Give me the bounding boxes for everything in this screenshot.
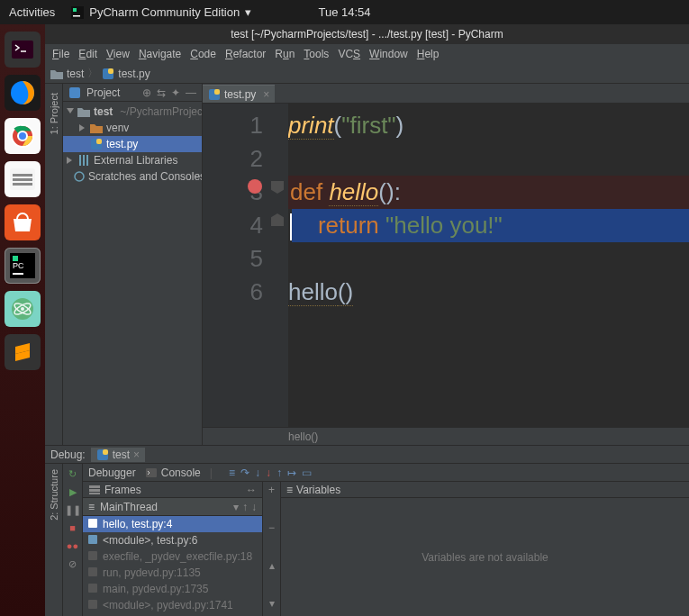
svg-rect-22 <box>108 68 113 74</box>
launcher-files[interactable] <box>5 161 41 197</box>
stack-frame[interactable]: <module>, test.py:6 <box>83 532 262 548</box>
launcher-atom[interactable] <box>5 291 41 327</box>
debug-side-controls: ↻ ▶ ❚❚ ■ ●● ⊘ <box>63 464 83 616</box>
run-to-cursor-icon[interactable]: ↦ <box>287 467 296 479</box>
menu-vcs[interactable]: VCS <box>338 48 360 60</box>
menu-refactor[interactable]: Refactor <box>225 48 266 60</box>
project-tool-button[interactable]: 1: Project <box>49 93 59 134</box>
chevron-down-icon[interactable]: ▾ <box>233 501 239 513</box>
launcher-pycharm[interactable]: PC <box>5 248 41 284</box>
stack-frame[interactable]: run, pydevd.py:1135 <box>83 565 262 581</box>
debug-split: Frames ↔ ≡ MainThread ▾ ↑ ↓ <box>83 482 689 616</box>
view-breakpoints-icon[interactable]: ●● <box>67 539 79 552</box>
tree-file-testpy[interactable]: test.py <box>63 136 202 152</box>
tab-console[interactable]: Console <box>145 467 201 479</box>
pycharm-icon <box>71 6 84 19</box>
mute-breakpoints-icon[interactable]: ⊘ <box>67 557 79 570</box>
evaluate-icon[interactable]: ▭ <box>302 467 312 479</box>
menu-tools[interactable]: Tools <box>304 48 329 60</box>
remove-watch-icon[interactable]: − <box>268 521 275 534</box>
frame-icon <box>88 551 99 562</box>
launcher-terminal[interactable] <box>5 32 41 68</box>
menu-navigate[interactable]: Navigate <box>139 48 181 60</box>
force-step-into-icon[interactable]: ↓ <box>266 467 271 479</box>
svg-rect-10 <box>13 174 32 177</box>
step-out-icon[interactable]: ↑ <box>277 467 282 479</box>
tree-ext-libs[interactable]: External Libraries <box>63 152 202 168</box>
menu-window[interactable]: Window <box>369 48 408 60</box>
launcher-chrome[interactable] <box>5 118 41 154</box>
app-menu[interactable]: PyCharm Community Edition ▾ <box>71 5 251 19</box>
prev-frame-icon[interactable]: ↑ <box>242 501 248 513</box>
expand-icon[interactable] <box>67 108 74 115</box>
close-tab-icon[interactable]: × <box>263 88 269 101</box>
vars-toolbar: + − ▴ ▾ ⧉ <box>263 482 281 616</box>
svg-rect-41 <box>88 567 97 576</box>
tree-scratches[interactable]: Scratches and Consoles <box>63 168 202 185</box>
expand-icon[interactable] <box>67 157 74 164</box>
up-icon[interactable]: ▴ <box>269 559 275 572</box>
step-into-icon[interactable]: ↓ <box>255 467 260 479</box>
svg-rect-3 <box>12 41 33 59</box>
line-gutter[interactable]: 1 2 3 4 5 6 <box>203 104 288 427</box>
step-over-icon[interactable]: ↷ <box>240 467 249 479</box>
code-wrap: 1 2 3 4 5 6 print("first") def hello(): … <box>203 104 689 427</box>
clock[interactable]: Tue 14:54 <box>318 5 370 19</box>
debug-body: 2: Structure ↻ ▶ ❚❚ ■ ●● ⊘ Debugger Cons… <box>45 464 689 616</box>
gutter-marker-icon[interactable] <box>271 213 284 226</box>
activities-button[interactable]: Activities <box>9 5 55 19</box>
menu-help[interactable]: Help <box>417 48 440 60</box>
svg-rect-42 <box>88 584 97 593</box>
close-icon[interactable]: × <box>133 448 140 461</box>
next-frame-icon[interactable]: ↓ <box>251 501 257 513</box>
launcher-firefox[interactable] <box>5 75 41 111</box>
chevron-right-icon: 〉 <box>87 66 98 81</box>
code-editor[interactable]: print("first") def hello(): return "hell… <box>288 104 689 427</box>
tree-venv-label: venv <box>106 122 129 134</box>
vars-list-icon: ≡ <box>286 484 293 496</box>
svg-rect-16 <box>13 273 23 275</box>
thread-selector[interactable]: ≡ MainThread ▾ ↑ ↓ <box>83 498 262 516</box>
code-token: (): <box>378 178 401 205</box>
launcher-sublime[interactable] <box>5 334 41 370</box>
tree-venv[interactable]: venv <box>63 120 202 136</box>
pause-icon[interactable]: ❚❚ <box>67 503 79 516</box>
menu-file[interactable]: File <box>52 48 69 60</box>
tree-root[interactable]: test ~/PycharmProjects <box>63 104 202 120</box>
editor-tab-testpy[interactable]: test.py × <box>203 85 275 103</box>
svg-rect-38 <box>88 519 97 528</box>
stack-frame[interactable]: <module>, pydevd.py:1741 <box>83 597 262 613</box>
gear-icon[interactable]: ✦ <box>171 86 180 99</box>
hide-icon[interactable]: — <box>186 86 196 99</box>
resume-icon[interactable]: ▶ <box>67 485 79 498</box>
breadcrumb-file[interactable]: test.py <box>118 68 150 80</box>
project-panel-title: Project <box>86 86 120 99</box>
restore-layout-icon[interactable]: ↔ <box>246 484 257 496</box>
stack-frame[interactable]: execfile, _pydev_execfile.py:18 <box>83 548 262 565</box>
stack-frame[interactable]: hello, test.py:4 <box>83 516 262 532</box>
menu-run[interactable]: Run <box>275 48 295 60</box>
target-icon[interactable]: ⊕ <box>142 86 151 99</box>
breadcrumb-project[interactable]: test <box>67 68 84 80</box>
gutter-marker-icon[interactable] <box>271 181 284 194</box>
add-watch-icon[interactable]: + <box>268 484 275 496</box>
down-icon[interactable]: ▾ <box>269 597 275 610</box>
menu-code[interactable]: Code <box>190 48 216 60</box>
breakpoint-icon[interactable] <box>248 179 262 194</box>
menu-edit[interactable]: Edit <box>78 48 97 60</box>
show-exec-point-icon[interactable]: ≡ <box>229 467 235 479</box>
collapse-icon[interactable]: ⇆ <box>157 86 166 99</box>
menu-view[interactable]: View <box>106 48 130 60</box>
left-bottom-strip: 2: Structure <box>45 464 63 616</box>
rerun-icon[interactable]: ↻ <box>67 467 79 480</box>
launcher-software[interactable] <box>5 204 41 240</box>
expand-icon[interactable] <box>79 124 86 131</box>
editor-breadcrumb[interactable]: hello() <box>203 427 689 445</box>
stack-frame[interactable]: main, pydevd.py:1735 <box>83 581 262 597</box>
tab-debugger[interactable]: Debugger <box>88 467 136 479</box>
stop-icon[interactable]: ■ <box>67 521 79 534</box>
ubuntu-launcher: PC <box>0 24 45 616</box>
debug-config-chip[interactable]: test × <box>91 448 145 462</box>
structure-tool-button[interactable]: 2: Structure <box>49 469 59 521</box>
svg-rect-27 <box>83 155 85 166</box>
